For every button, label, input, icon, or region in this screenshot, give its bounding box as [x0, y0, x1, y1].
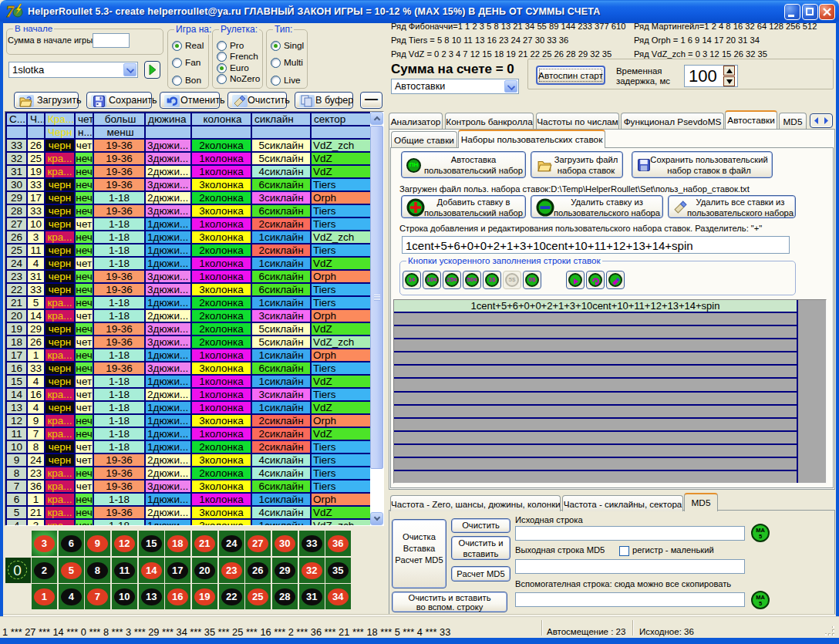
svg-text:5: 5: [759, 600, 762, 607]
svg-text:5: 5: [759, 533, 762, 540]
